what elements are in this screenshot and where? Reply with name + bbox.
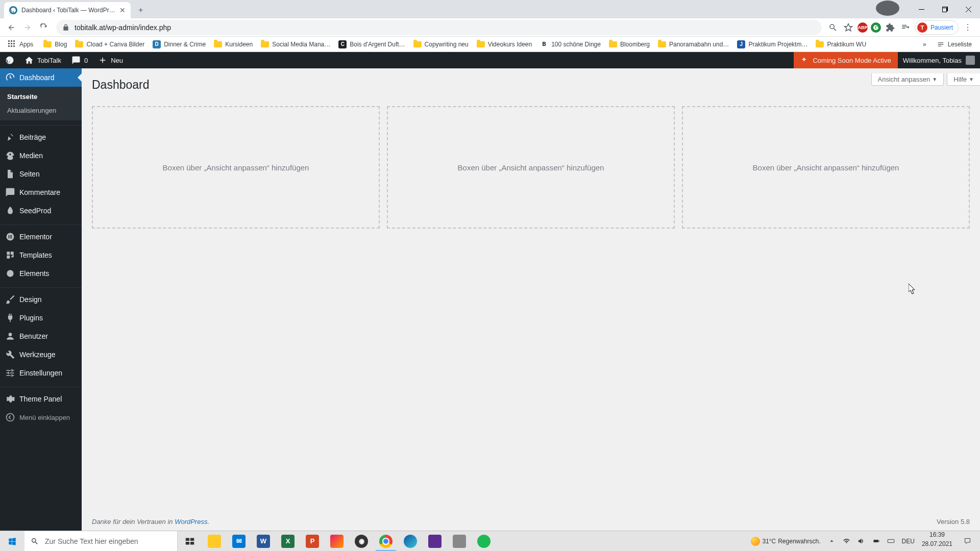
- bookmark-item[interactable]: Social Media Mana…: [257, 38, 334, 51]
- help-button[interactable]: Hilfe▼: [947, 73, 980, 86]
- menu-users[interactable]: Benutzer: [0, 327, 82, 345]
- windows-icon: [8, 537, 17, 546]
- tray-clock[interactable]: 16:3928.07.2021: [919, 531, 955, 551]
- grammarly-extension-icon[interactable]: [871, 22, 881, 33]
- comments-menu[interactable]: 0: [66, 52, 93, 68]
- bookmark-item[interactable]: CBois d'Argent Duft…: [334, 38, 409, 51]
- taskbar-word[interactable]: W: [251, 531, 276, 551]
- menu-tools[interactable]: Werkzeuge: [0, 345, 82, 364]
- wordpress-link[interactable]: WordPress: [175, 518, 207, 525]
- window-maximize-button[interactable]: [933, 2, 957, 17]
- bookmark-item[interactable]: DDinner & Crime: [149, 38, 210, 51]
- widget-dropzone-3[interactable]: Boxen über „Ansicht anpassen“ hinzufügen: [682, 106, 970, 229]
- tray-network-icon[interactable]: [840, 531, 853, 551]
- taskbar-search[interactable]: Zur Suche Text hier eingeben: [24, 531, 178, 551]
- menu-theme-panel[interactable]: Theme Panel: [0, 390, 82, 408]
- profile-chip[interactable]: T Pausiert: [915, 20, 959, 35]
- menu-elementor[interactable]: Elementor: [0, 228, 82, 246]
- menu-dashboard[interactable]: Dashboard: [0, 68, 82, 87]
- bookmark-item[interactable]: Panoramabahn und…: [654, 38, 733, 51]
- reading-list-toolbar-icon[interactable]: [899, 21, 912, 34]
- bookmark-item[interactable]: B100 schöne Dinge: [536, 38, 605, 51]
- bookmark-item[interactable]: Bloomberg: [605, 38, 654, 51]
- menu-comments[interactable]: Kommentare: [0, 183, 82, 202]
- adblock-extension-icon[interactable]: ABP: [857, 22, 868, 33]
- tray-keyboard-icon[interactable]: [884, 531, 898, 551]
- site-name-menu[interactable]: TobiTalk: [19, 52, 66, 68]
- menu-plugins[interactable]: Plugins: [0, 309, 82, 327]
- menu-media[interactable]: Medien: [0, 146, 82, 165]
- tab-title: Dashboard ‹ TobiTalk — WordPr…: [21, 7, 115, 14]
- bookmark-item[interactable]: Cload + Canva Bilder: [71, 38, 149, 51]
- menu-design[interactable]: Design: [0, 290, 82, 309]
- lock-icon: [62, 24, 69, 31]
- tab-close-icon[interactable]: ✕: [119, 6, 126, 14]
- menu-templates[interactable]: Templates: [0, 246, 82, 264]
- screen-options-button[interactable]: Ansicht anpassen▼: [871, 73, 944, 86]
- user-account-menu[interactable]: Willkommen, Tobias: [898, 52, 980, 68]
- bookmark-item[interactable]: Videokurs Ideen: [473, 38, 536, 51]
- start-button[interactable]: [0, 531, 24, 551]
- svg-point-1: [7, 270, 13, 277]
- taskbar-explorer[interactable]: [202, 531, 227, 551]
- apps-button[interactable]: Apps: [4, 38, 37, 51]
- widget-dropzone-2[interactable]: Boxen über „Ansicht anpassen“ hinzufügen: [387, 106, 675, 229]
- dashboard-icon: [5, 72, 15, 83]
- taskbar-spotify[interactable]: [472, 531, 496, 551]
- menu-pages[interactable]: Seiten: [0, 165, 82, 183]
- bookmark-star-icon[interactable]: [842, 21, 854, 34]
- extensions-icon[interactable]: [884, 21, 896, 34]
- window-minimize-button[interactable]: [910, 2, 933, 17]
- tray-overflow[interactable]: [825, 531, 839, 551]
- taskbar-mail[interactable]: ✉: [227, 531, 251, 551]
- bookmark-item[interactable]: Blog: [39, 38, 71, 51]
- browser-menu-button[interactable]: ⋮: [962, 22, 974, 32]
- taskbar-excel[interactable]: X: [276, 531, 300, 551]
- bookmark-item[interactable]: Copywriting neu: [409, 38, 473, 51]
- coming-soon-badge[interactable]: Coming Soon Mode Active: [794, 52, 897, 68]
- bookmark-item[interactable]: JPraktikum Projektm…: [733, 38, 812, 51]
- menu-elements[interactable]: Elements: [0, 264, 82, 283]
- task-view-button[interactable]: [178, 531, 202, 551]
- elements-icon: [5, 268, 15, 279]
- collapse-menu[interactable]: Menü einklappen: [0, 408, 82, 427]
- url-text: tobitalk.at/wp-admin/index.php: [75, 23, 171, 32]
- folder-icon: [816, 41, 824, 47]
- svg-point-2: [7, 414, 14, 421]
- submenu-home[interactable]: Startseite: [0, 90, 82, 104]
- menu-seedprod[interactable]: SeedProd: [0, 202, 82, 220]
- new-tab-button[interactable]: +: [134, 3, 148, 17]
- seedprod-icon: [5, 206, 15, 216]
- taskbar-chrome[interactable]: [374, 531, 398, 551]
- taskbar-edge[interactable]: [398, 531, 423, 551]
- taskbar-obs[interactable]: ◉: [349, 531, 374, 551]
- taskbar-app-3[interactable]: [447, 531, 472, 551]
- bookmark-item[interactable]: Praktikum WU: [812, 38, 870, 51]
- action-center-button[interactable]: [957, 531, 978, 551]
- menu-settings[interactable]: Einstellungen: [0, 364, 82, 382]
- zoom-icon[interactable]: [827, 21, 839, 34]
- wp-logo-menu[interactable]: [0, 52, 19, 68]
- new-content-menu[interactable]: Neu: [93, 52, 128, 68]
- taskbar-app-2[interactable]: [423, 531, 447, 551]
- window-close-button[interactable]: [957, 2, 980, 17]
- address-bar[interactable]: tobitalk.at/wp-admin/index.php: [56, 20, 822, 35]
- tray-volume-icon[interactable]: [854, 531, 868, 551]
- submenu-updates[interactable]: Aktualisierungen: [0, 104, 82, 117]
- nav-forward-button[interactable]: [20, 20, 35, 35]
- taskbar-powerpoint[interactable]: P: [300, 531, 325, 551]
- weather-widget[interactable]: 31°C Regenwahrsch.: [748, 531, 823, 551]
- tray-battery-icon[interactable]: [869, 531, 883, 551]
- nav-reload-button[interactable]: [37, 20, 51, 35]
- reading-list-button[interactable]: Leseliste: [933, 38, 976, 51]
- nav-back-button[interactable]: [4, 20, 18, 35]
- tray-language[interactable]: DEU: [899, 531, 918, 551]
- bookmarks-overflow-icon[interactable]: »: [920, 41, 929, 48]
- account-indicator-icon[interactable]: [876, 1, 899, 16]
- browser-tab-active[interactable]: Dashboard ‹ TobiTalk — WordPr… ✕: [4, 2, 131, 18]
- widget-dropzone-1[interactable]: Boxen über „Ansicht anpassen“ hinzufügen: [92, 106, 380, 229]
- bookmark-item[interactable]: Kursideen: [210, 38, 257, 51]
- menu-posts[interactable]: Beiträge: [0, 128, 82, 146]
- svg-rect-3: [888, 539, 894, 542]
- taskbar-app-1[interactable]: [325, 531, 349, 551]
